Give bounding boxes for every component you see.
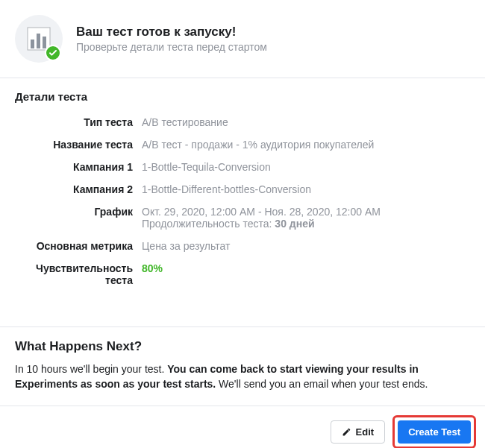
label-sensitivity: Чувствительность теста bbox=[15, 262, 142, 286]
what-happens-next-title: What Happens Next? bbox=[15, 339, 470, 354]
footer-actions: Edit Create Test bbox=[0, 406, 485, 448]
label-schedule: График bbox=[15, 206, 142, 218]
sensitivity-percentage: 80% bbox=[142, 262, 163, 274]
header-title: Ваш тест готов к запуску! bbox=[76, 25, 267, 40]
details-section: Детали теста Тип теста A/B тестирование … bbox=[0, 78, 485, 326]
value-schedule: Окт. 29, 2020, 12:00 AM - Ноя. 28, 2020,… bbox=[142, 206, 470, 230]
value-test-type: A/B тестирование bbox=[142, 116, 470, 128]
create-test-button[interactable]: Create Test bbox=[398, 420, 471, 444]
value-sensitivity: 80% bbox=[142, 262, 470, 274]
row-schedule: График Окт. 29, 2020, 12:00 AM - Ноя. 28… bbox=[15, 206, 470, 230]
schedule-duration-prefix: Продолжительность теста: bbox=[142, 218, 275, 230]
create-test-highlight: Create Test bbox=[392, 415, 476, 448]
label-test-type: Тип теста bbox=[15, 116, 142, 128]
next-tail: We'll send you an email when your test e… bbox=[216, 378, 428, 390]
what-happens-next-body: In 10 hours we'll begin your test. You c… bbox=[15, 362, 470, 392]
next-lead: In 10 hours we'll begin your test. bbox=[15, 363, 167, 375]
label-campaign1: Кампания 1 bbox=[15, 161, 142, 173]
value-campaign2: 1-Bottle-Different-bottles-Conversion bbox=[142, 183, 470, 195]
label-key-metric: Основная метрика bbox=[15, 240, 142, 252]
test-icon-wrap bbox=[15, 15, 63, 63]
svg-rect-3 bbox=[43, 37, 46, 48]
summary-header: Ваш тест готов к запуску! Проверьте дета… bbox=[0, 0, 485, 78]
header-subtitle: Проверьте детали теста перед стартом bbox=[76, 41, 267, 53]
svg-rect-1 bbox=[31, 40, 34, 48]
pencil-icon bbox=[342, 427, 351, 437]
row-campaign2: Кампания 2 1-Bottle-Different-bottles-Co… bbox=[15, 183, 470, 195]
edit-button[interactable]: Edit bbox=[331, 420, 386, 444]
schedule-duration-line: Продолжительность теста: 30 дней bbox=[142, 218, 470, 230]
check-badge-icon bbox=[45, 45, 61, 61]
value-key-metric: Цена за результат bbox=[142, 240, 470, 252]
row-test-type: Тип теста A/B тестирование bbox=[15, 116, 470, 128]
value-test-name: A/B тест - продажи - 1% аудитория покупа… bbox=[142, 139, 470, 151]
row-campaign1: Кампания 1 1-Bottle-Tequila-Conversion bbox=[15, 161, 470, 173]
header-text: Ваш тест готов к запуску! Проверьте дета… bbox=[76, 25, 267, 53]
svg-rect-2 bbox=[37, 34, 40, 48]
what-happens-next-section: What Happens Next? In 10 hours we'll beg… bbox=[0, 327, 485, 406]
edit-button-label: Edit bbox=[356, 426, 375, 438]
label-test-name: Название теста bbox=[15, 139, 142, 151]
schedule-duration-value: 30 дней bbox=[275, 218, 314, 230]
row-test-name: Название теста A/B тест - продажи - 1% а… bbox=[15, 139, 470, 151]
schedule-range: Окт. 29, 2020, 12:00 AM - Ноя. 28, 2020,… bbox=[142, 206, 470, 218]
value-campaign1: 1-Bottle-Tequila-Conversion bbox=[142, 161, 470, 173]
label-campaign2: Кампания 2 bbox=[15, 183, 142, 195]
row-sensitivity: Чувствительность теста 80% bbox=[15, 262, 470, 286]
row-key-metric: Основная метрика Цена за результат bbox=[15, 240, 470, 252]
details-section-title: Детали теста bbox=[15, 90, 470, 103]
